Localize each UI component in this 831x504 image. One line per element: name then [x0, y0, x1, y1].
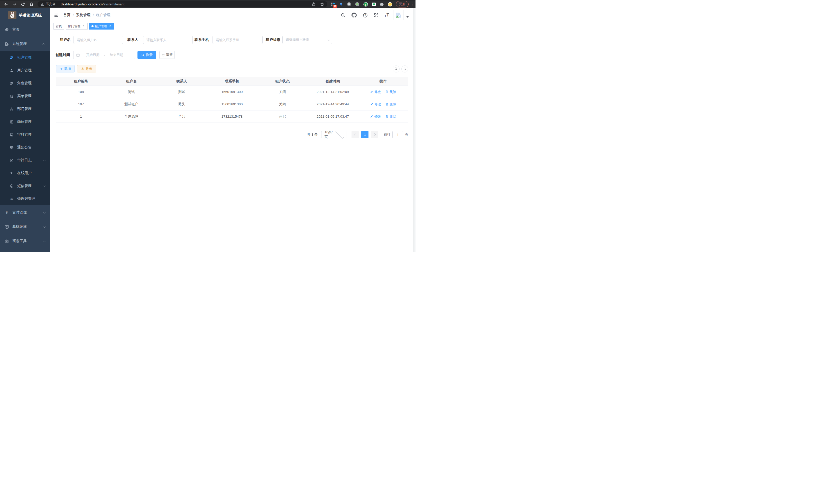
page-size-select[interactable]: 10条/页	[321, 131, 346, 138]
current-page-button[interactable]: 1	[361, 131, 369, 138]
browser-back-icon[interactable]	[3, 1, 9, 7]
fullscreen-icon[interactable]	[374, 13, 378, 18]
sidebar-item-audit-log[interactable]: 审计日志	[0, 154, 50, 167]
sidebar-item-notice[interactable]: 通知公告	[0, 141, 50, 154]
next-page-button[interactable]	[371, 131, 378, 138]
sidebar-item-online-users[interactable]: 在线用户	[0, 167, 50, 180]
header-search-icon[interactable]	[341, 13, 345, 18]
chevron-down-icon	[43, 184, 46, 187]
edit-link[interactable]: 修改	[370, 102, 381, 107]
column-header: 操作	[358, 79, 408, 84]
export-button[interactable]: 导出	[77, 65, 96, 72]
browser-reload-icon[interactable]	[20, 1, 26, 7]
font-size-icon[interactable]: TT	[385, 13, 389, 18]
browser-toolbar: 不安全 dashboard.yudao.iocoder.cn/system/te…	[0, 0, 416, 8]
svg-text:⌘: ⌘	[348, 3, 350, 6]
status-select[interactable]: 请选择租户状态	[282, 36, 332, 44]
sidebar-collapse-icon[interactable]	[54, 13, 59, 18]
delete-link[interactable]: 删除	[385, 114, 396, 119]
refresh-table-button[interactable]	[401, 65, 408, 72]
browser-menu-icon[interactable]	[412, 3, 412, 6]
column-header: 联系人	[156, 79, 207, 84]
sidebar-item-infrastructure[interactable]: 基础设施	[0, 219, 50, 234]
sidebar-item-dict[interactable]: 字典管理	[0, 128, 50, 141]
close-icon[interactable]: ×	[82, 24, 85, 28]
extension-green-dot-icon[interactable]	[355, 2, 360, 6]
tenant-name-input[interactable]	[74, 36, 123, 44]
url-bar[interactable]: 不安全 dashboard.yudao.iocoder.cn/system/te…	[37, 1, 327, 7]
sidebar-item-departments[interactable]: 部门管理	[0, 102, 50, 115]
reset-button[interactable]: 重置	[159, 51, 175, 59]
sidebar-item-roles[interactable]: 角色管理	[0, 77, 50, 90]
toggle-search-button[interactable]	[393, 65, 400, 72]
edit-link[interactable]: 修改	[370, 114, 381, 119]
reset-button-label: 重置	[166, 53, 173, 57]
share-icon[interactable]	[312, 2, 316, 6]
security-label[interactable]: 不安全	[46, 2, 56, 6]
breadcrumb-home[interactable]: 首页	[63, 13, 70, 18]
sidebar-item-tenant[interactable]: 租户管理	[0, 51, 50, 64]
extension-badge: 10	[333, 5, 337, 8]
bookmark-star-icon[interactable]	[320, 2, 324, 6]
avatar[interactable]	[393, 10, 403, 20]
security-warning-icon[interactable]	[40, 3, 44, 6]
page-scrollbar[interactable]	[413, 8, 416, 252]
tab-home[interactable]: 首页	[53, 23, 64, 30]
cell-status: 关闭	[257, 102, 308, 107]
tenant-users-icon	[9, 56, 14, 60]
extension-y-icon[interactable]: y	[363, 2, 368, 7]
goto-page-input[interactable]	[392, 131, 403, 138]
extension-kite-icon[interactable]	[339, 2, 343, 6]
sidebar-logo[interactable]: 芋道管理系统	[0, 8, 50, 22]
sidebar-item-home[interactable]: 首页	[0, 22, 50, 37]
github-icon[interactable]	[351, 12, 357, 18]
table-row: 1 芋道源码 芋艿 17321315478 开启 2021-01-05 17:0…	[56, 111, 408, 123]
pagination-total: 共 3 条	[307, 132, 318, 137]
notice-chat-icon	[9, 146, 14, 149]
add-button[interactable]: 新增	[56, 65, 75, 72]
tab-tenant-active[interactable]: 租户管理 ×	[89, 23, 114, 30]
breadcrumb-section[interactable]: 系统管理	[76, 13, 90, 18]
contact-input[interactable]	[143, 36, 193, 44]
column-header: 租户编号	[56, 79, 106, 84]
sidebar-item-dev-tools[interactable]: 研发工具	[0, 234, 50, 248]
cell-create-time: 2021-12-14 20:49:44	[308, 102, 358, 106]
active-dot	[91, 25, 93, 27]
help-icon[interactable]: ?	[363, 13, 368, 18]
phone-input[interactable]	[212, 36, 263, 44]
cell-tenant-name: 测试	[106, 90, 156, 94]
sidebar-item-label: 租户管理	[17, 55, 46, 60]
date-range-picker[interactable]: 开始日期 - 结束日期	[73, 51, 135, 59]
sidebar-item-sms[interactable]: 短信管理	[0, 180, 50, 192]
delete-link[interactable]: 删除	[385, 90, 396, 94]
phone-label: 联系手机	[195, 37, 209, 42]
cell-contact: 芋艿	[156, 114, 207, 119]
prev-page-button[interactable]	[351, 131, 359, 138]
extension-chat-icon[interactable]	[372, 2, 376, 6]
browser-home-icon[interactable]	[28, 1, 35, 7]
close-icon[interactable]: ×	[109, 24, 112, 28]
sidebar-item-menus[interactable]: 菜单管理	[0, 90, 50, 102]
browser-update-button[interactable]: 更新	[396, 1, 408, 7]
sidebar-item-label: 基础设施	[12, 225, 43, 229]
chevron-down-icon	[43, 225, 46, 228]
sidebar-item-system[interactable]: 系统管理	[0, 37, 50, 51]
sidebar-item-posts[interactable]: 岗位管理	[0, 115, 50, 128]
search-button[interactable]: 搜索	[138, 51, 156, 59]
infra-monitor-icon	[4, 225, 9, 229]
extension-puzzle-icon[interactable]	[380, 2, 384, 6]
extension-emoji-icon[interactable]	[388, 2, 392, 7]
extension-command-icon[interactable]: ⌘	[347, 2, 351, 6]
sidebar-item-error-codes[interactable]: </> 错误码管理	[0, 192, 50, 205]
delete-link[interactable]: 删除	[385, 102, 396, 107]
sidebar-item-users[interactable]: 用户管理	[0, 64, 50, 77]
tab-departments[interactable]: 部门管理 ×	[66, 23, 88, 30]
sidebar-item-payment[interactable]: ¥ 支付管理	[0, 205, 50, 219]
devtools-briefcase-icon	[4, 239, 9, 243]
edit-link[interactable]: 修改	[370, 90, 381, 94]
extension-workflow-icon[interactable]: 10	[331, 2, 335, 6]
dashboard-icon	[4, 28, 9, 32]
avatar-dropdown-icon[interactable]	[406, 16, 409, 18]
omnibox-divider	[58, 3, 58, 6]
browser-forward-icon[interactable]	[11, 1, 18, 7]
